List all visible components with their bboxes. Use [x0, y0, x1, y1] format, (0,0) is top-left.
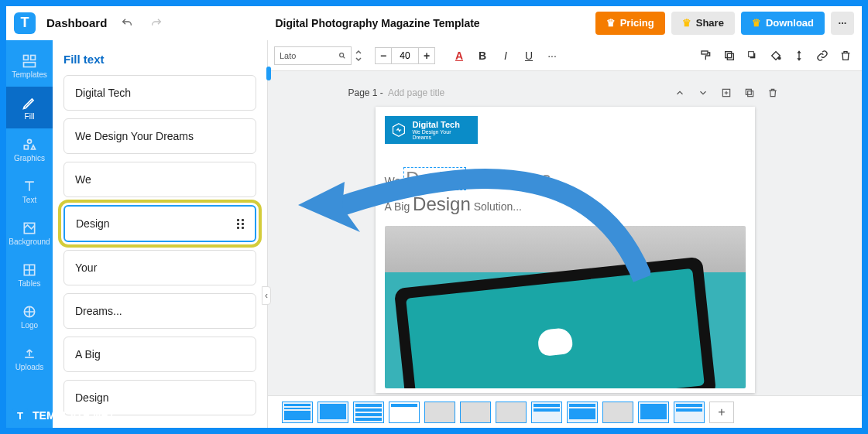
fill-item[interactable]: A Big [63, 337, 256, 372]
nav-text[interactable]: Text [6, 170, 53, 212]
page-thumb[interactable] [602, 402, 633, 423]
hero-text[interactable]: We Design reams... A Big Design Solution… [385, 167, 746, 215]
page-thumb[interactable] [674, 402, 705, 423]
font-select[interactable]: Lato [274, 46, 352, 65]
svg-rect-9 [702, 51, 708, 54]
text-icon [22, 179, 37, 194]
crown-icon: ♛ [682, 17, 691, 29]
bold-button[interactable]: B [472, 46, 492, 66]
watermark-logo: T [12, 408, 28, 423]
page-thumb[interactable] [496, 402, 527, 423]
collapse-down-icon[interactable] [694, 84, 712, 102]
nav-logo[interactable]: Logo [6, 296, 53, 337]
svg-rect-0 [24, 55, 29, 60]
page-label: Page 1 - [348, 87, 383, 98]
panel-collapse-handle[interactable]: ‹ [262, 286, 271, 305]
decrease-button[interactable]: − [375, 47, 392, 64]
delete-icon[interactable] [835, 46, 856, 66]
duplicate-page-icon[interactable] [740, 84, 759, 102]
svg-point-8 [340, 53, 344, 56]
svg-rect-13 [749, 51, 754, 56]
stepper-icon[interactable] [355, 48, 362, 63]
page-thumb[interactable] [389, 402, 420, 423]
brand-badge[interactable]: Digital TechWe Design Your Dreams [385, 116, 478, 144]
collapse-up-icon[interactable] [671, 84, 689, 102]
page-thumb[interactable] [317, 402, 348, 423]
more-format-button[interactable]: ··· [542, 46, 562, 66]
graphics-icon [22, 137, 37, 152]
canvas-page[interactable]: Digital TechWe Design Your Dreams We Des… [376, 107, 755, 393]
fill-item-selected[interactable]: Design [63, 205, 256, 242]
font-size-stepper: − 40 + [375, 47, 435, 64]
svg-rect-11 [726, 51, 732, 57]
format-toolbar: Lato − 40 + A B I U ··· [268, 40, 862, 71]
logo-icon [22, 304, 37, 320]
underline-button[interactable]: U [519, 46, 539, 66]
upload-icon [22, 346, 37, 361]
fill-item[interactable]: We Design Your Dreams [63, 118, 256, 154]
page-thumbnails: + [268, 395, 862, 428]
scrollbar-thumb[interactable] [266, 67, 271, 80]
font-size-value[interactable]: 40 [392, 47, 418, 64]
svg-rect-4 [24, 145, 28, 149]
undo-icon[interactable] [118, 14, 136, 32]
svg-rect-1 [31, 55, 36, 60]
nav-templates[interactable]: Templates [6, 45, 53, 87]
pricing-button[interactable]: ♛Pricing [595, 12, 665, 35]
svg-point-3 [28, 139, 32, 143]
nav-fill[interactable]: Fill [6, 87, 53, 128]
crown-icon: ♛ [606, 17, 616, 29]
page-thumb[interactable] [567, 402, 598, 423]
page-thumb[interactable] [282, 402, 313, 423]
page-thumb[interactable] [424, 402, 455, 423]
text-color-button[interactable]: A [449, 46, 469, 66]
fill-item[interactable]: Your [63, 250, 256, 285]
document-title[interactable]: Digital Photography Magazine Template [275, 17, 479, 29]
hero-image[interactable] [385, 226, 746, 388]
delete-page-icon[interactable] [763, 84, 782, 102]
share-button[interactable]: ♛Share [671, 12, 735, 35]
svg-rect-17 [746, 89, 751, 94]
side-nav: Templates Fill Graphics Text Background … [6, 40, 53, 428]
add-page-thumb[interactable]: + [709, 402, 734, 423]
drag-handle-icon[interactable] [237, 219, 244, 229]
fill-item[interactable]: Dreams... [63, 293, 256, 329]
page-thumb[interactable] [531, 402, 562, 423]
cloud-icon [537, 327, 573, 357]
italic-button[interactable]: I [496, 46, 516, 66]
dashboard-link[interactable]: Dashboard [46, 16, 107, 29]
fill-item[interactable]: We [63, 162, 256, 197]
nav-background[interactable]: Background [6, 212, 53, 254]
layers-icon[interactable] [743, 46, 763, 66]
paint-roller-icon[interactable] [696, 46, 716, 66]
tables-icon [22, 262, 37, 278]
svg-rect-5 [24, 223, 34, 233]
page-thumb[interactable] [460, 402, 491, 423]
search-icon [338, 52, 346, 60]
crown-icon: ♛ [752, 17, 761, 29]
nav-uploads[interactable]: Uploads [6, 337, 53, 379]
fill-item[interactable]: Digital Tech [63, 75, 256, 111]
page-thumb[interactable] [638, 402, 669, 423]
nav-tables[interactable]: Tables [6, 254, 53, 296]
download-button[interactable]: ♛Download [741, 12, 825, 35]
selected-text[interactable]: Design [403, 167, 466, 190]
watermark: T TEMPLATE.NET [12, 408, 115, 423]
copy-icon[interactable] [719, 46, 739, 66]
link-icon[interactable] [812, 46, 832, 66]
panel-title: Fill text [63, 48, 256, 75]
paint-bucket-icon[interactable] [766, 46, 786, 66]
app-logo[interactable]: T [14, 12, 36, 34]
redo-icon[interactable] [147, 14, 166, 32]
page-title-placeholder[interactable]: Add page title [388, 87, 444, 98]
nav-graphics[interactable]: Graphics [6, 128, 53, 170]
increase-button[interactable]: + [418, 47, 435, 64]
templates-icon [22, 53, 37, 69]
arrange-icon[interactable] [789, 46, 809, 66]
more-button[interactable]: ··· [831, 12, 854, 35]
add-page-icon[interactable] [717, 84, 736, 102]
brand-icon [391, 122, 407, 138]
page-thumb[interactable] [353, 402, 384, 423]
background-icon [22, 220, 37, 236]
fill-text-panel: Fill text Digital Tech We Design Your Dr… [53, 40, 268, 428]
